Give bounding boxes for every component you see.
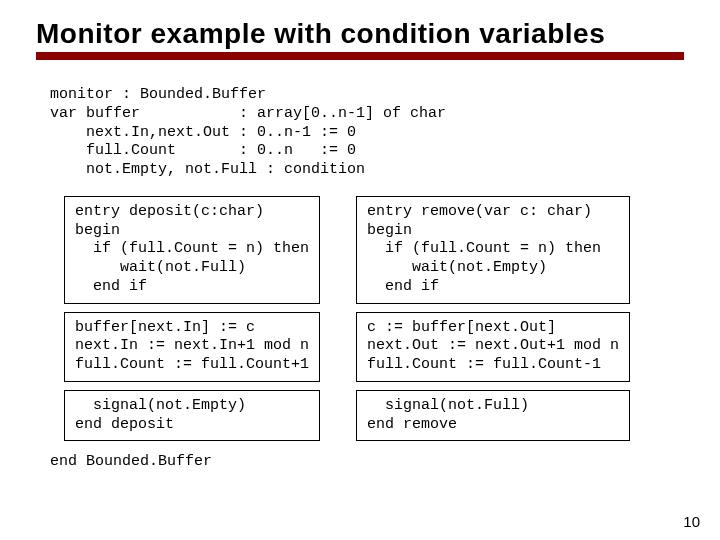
page-number: 10	[683, 513, 700, 530]
title-rule	[36, 52, 684, 60]
code-columns: entry deposit(c:char) begin if (full.Cou…	[64, 196, 672, 442]
deposit-block-1: entry deposit(c:char) begin if (full.Cou…	[64, 196, 320, 304]
slide: Monitor example with condition variables…	[0, 0, 720, 540]
deposit-block-2: buffer[next.In] := c next.In := next.In+…	[64, 312, 320, 382]
left-column: entry deposit(c:char) begin if (full.Cou…	[64, 196, 320, 442]
right-column: entry remove(var c: char) begin if (full…	[356, 196, 630, 442]
deposit-block-3: signal(not.Empty) end deposit	[64, 390, 320, 442]
remove-block-2: c := buffer[next.Out] next.Out := next.O…	[356, 312, 630, 382]
declarations-block: monitor : Bounded.Buffer var buffer : ar…	[50, 86, 684, 180]
end-monitor: end Bounded.Buffer	[50, 453, 684, 470]
remove-block-3: signal(not.Full) end remove	[356, 390, 630, 442]
slide-title: Monitor example with condition variables	[36, 18, 684, 50]
remove-block-1: entry remove(var c: char) begin if (full…	[356, 196, 630, 304]
